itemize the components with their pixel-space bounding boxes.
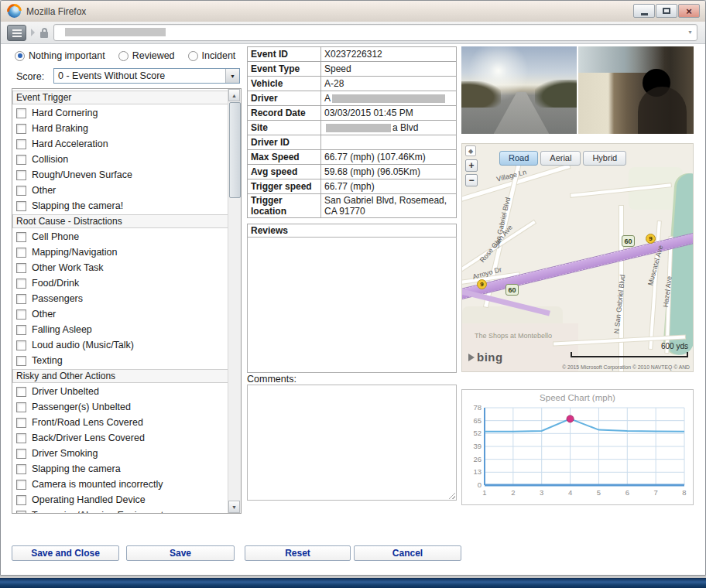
checkbox-icon[interactable] [16, 108, 26, 118]
checkbox-item[interactable]: Rough/Uneven Surface [12, 167, 228, 183]
checkbox-icon[interactable] [16, 464, 26, 474]
bing-logo[interactable]: bing [468, 350, 503, 364]
checkbox-icon[interactable] [16, 387, 26, 397]
checkbox-item[interactable]: Driver Unbelted [12, 384, 228, 399]
checkbox-icon[interactable] [16, 139, 26, 149]
checkbox-item[interactable]: Back/Driver Lens Covered [12, 430, 228, 446]
checkbox-item[interactable]: Slapping the camera [12, 461, 228, 477]
checkbox-item[interactable]: Operating Handled Device [12, 492, 228, 508]
scroll-thumb[interactable] [229, 102, 241, 198]
privacy-blur-circle [643, 69, 670, 97]
taskbar[interactable] [0, 578, 706, 588]
checkbox-item[interactable]: Passengers [12, 291, 228, 306]
checkbox-icon[interactable] [16, 340, 26, 350]
checkbox-icon[interactable] [16, 201, 26, 211]
checkbox-item[interactable]: Collision [12, 152, 228, 167]
map-zoom-out-button[interactable]: − [465, 174, 478, 186]
detail-row-site: Sitea Blvd [248, 121, 457, 135]
scroll-down-icon[interactable]: ▼ [228, 501, 240, 513]
url-bar[interactable]: ▼ [53, 24, 697, 41]
checkbox-icon[interactable] [16, 309, 26, 320]
score-select[interactable]: 0 - Events Without Score ▼ [53, 68, 240, 84]
checkbox-item[interactable]: Slapping the camera! [12, 198, 228, 214]
checkbox-icon[interactable] [16, 495, 26, 505]
map-view-aerial-button[interactable]: Aerial [540, 151, 581, 166]
map-zoom-in-button[interactable]: + [465, 159, 478, 172]
checkbox-icon[interactable] [16, 248, 26, 258]
checkbox-item[interactable]: Tampering/Abusing Equipment [12, 508, 228, 513]
scroll-up-icon[interactable]: ▲ [228, 89, 240, 101]
page-icon[interactable] [7, 25, 26, 41]
checkbox-icon[interactable] [16, 356, 26, 366]
comments-input[interactable] [247, 385, 457, 501]
checkbox-item[interactable]: Cell Phone [12, 229, 228, 244]
checkbox-item[interactable]: Front/Road Lens Covered [12, 415, 228, 430]
url-dropdown-icon[interactable]: ▼ [687, 29, 693, 35]
save-button[interactable]: Save [126, 545, 235, 561]
cancel-button[interactable]: Cancel [354, 545, 461, 561]
checkbox-icon[interactable] [16, 511, 26, 514]
checkbox-item[interactable]: Hard Braking [12, 121, 228, 136]
radio-option-nothing-important[interactable]: Nothing important [15, 50, 105, 61]
radio-icon[interactable] [188, 51, 198, 61]
checkbox-icon[interactable] [16, 232, 26, 242]
speed-chart-svg: 013263952657812345678 [464, 403, 691, 501]
checkbox-icon[interactable] [16, 155, 26, 165]
detail-row-vehicle: VehicleA-28 [248, 77, 457, 91]
checkbox-icon[interactable] [16, 480, 26, 490]
checkbox-icon[interactable] [16, 186, 26, 196]
detail-row-max-speed: Max Speed66.77 (mph) (107.46Km) [248, 150, 457, 165]
checkbox-item[interactable]: Loud audio (Music/Talk) [12, 337, 228, 353]
checkbox-icon[interactable] [16, 402, 26, 412]
driver-camera-image [578, 46, 694, 134]
save-and-close-button[interactable]: Save and Close [12, 545, 119, 561]
checkbox-icon[interactable] [16, 294, 26, 304]
map[interactable]: Village Ln San Gabriel Blvd Rose Glen Av… [461, 143, 694, 372]
radio-icon[interactable] [118, 51, 129, 61]
checkbox-item[interactable]: Camera is mounted incorrectly [12, 477, 228, 492]
checkbox-icon[interactable] [16, 263, 26, 273]
close-button[interactable]: × [678, 4, 700, 18]
checkbox-icon[interactable] [16, 433, 26, 443]
map-view-hybrid-button[interactable]: Hybrid [583, 151, 626, 166]
radio-option-incident[interactable]: Incident [188, 50, 236, 61]
redacted-text [332, 94, 445, 103]
svg-text:2: 2 [511, 488, 515, 497]
checkbox-item[interactable]: Other Work Task [12, 260, 228, 275]
select-arrow-icon[interactable]: ▼ [225, 69, 239, 83]
radio-option-reviewed[interactable]: Reviewed [118, 50, 175, 61]
checkbox-item[interactable]: Hard Acceleration [12, 136, 228, 152]
checkbox-icon[interactable] [16, 279, 26, 289]
maximize-button[interactable] [656, 4, 677, 18]
checkbox-icon[interactable] [16, 449, 26, 459]
titlebar[interactable]: Mozilla Firefox × [1, 1, 705, 22]
route-circle-9: 9 [477, 279, 487, 289]
checkbox-item[interactable]: Falling Asleep [12, 322, 228, 337]
radio-icon[interactable] [15, 51, 25, 61]
checkbox-item[interactable]: Mapping/Navigation [12, 244, 228, 260]
checkbox-icon[interactable] [16, 170, 26, 180]
checkbox-item[interactable]: Hard Cornering [12, 105, 228, 121]
detail-row-driver: DriverA [248, 91, 457, 106]
checklist-scrollbar[interactable]: ▲ ▼ [228, 89, 241, 513]
map-scale: 600 yds [571, 340, 688, 357]
checkbox-item[interactable]: Food/Drink [12, 275, 228, 291]
checkbox-icon[interactable] [16, 124, 26, 134]
checkbox-item[interactable]: Texting [12, 353, 228, 368]
map-shops-area [462, 323, 578, 372]
road-surface [494, 92, 550, 134]
checkbox-item[interactable]: Passenger(s) Unbelted [12, 399, 228, 415]
reset-button[interactable]: Reset [245, 545, 351, 561]
lock-icon[interactable] [40, 32, 48, 38]
map-compass-icon[interactable]: ◆ [465, 145, 476, 156]
redacted-url-text [65, 28, 166, 36]
checkbox-item[interactable]: Driver Smoking [12, 446, 228, 461]
checkbox-icon[interactable] [16, 325, 26, 335]
minimize-button[interactable] [633, 4, 655, 18]
checkbox-item[interactable]: Other [12, 306, 228, 322]
map-view-road-button[interactable]: Road [499, 151, 538, 166]
checkbox-item[interactable]: Other [12, 183, 228, 198]
map-view-buttons: RoadAerialHybrid [499, 151, 626, 166]
bing-logo-mark [468, 354, 475, 361]
checkbox-icon[interactable] [16, 418, 26, 428]
